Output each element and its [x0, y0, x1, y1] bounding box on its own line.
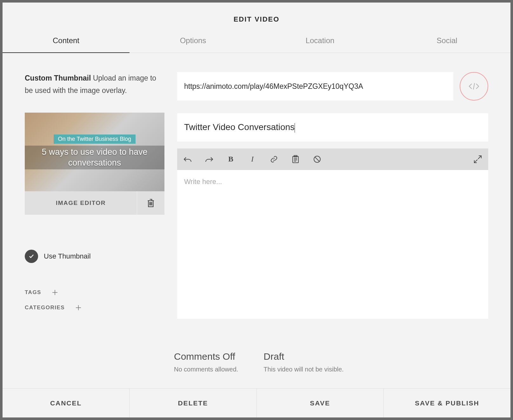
modal-title: EDIT VIDEO [3, 15, 510, 23]
right-column: Twitter Video Conversations B I [177, 72, 488, 319]
tags-row: TAGS [25, 288, 164, 297]
plus-icon [76, 305, 81, 311]
tab-location[interactable]: Location [256, 30, 383, 53]
expand-button[interactable] [473, 154, 483, 164]
use-thumbnail-toggle[interactable]: Use Thumbnail [25, 250, 164, 263]
description-editor: B I [177, 148, 488, 319]
save-button[interactable]: SAVE [257, 389, 384, 417]
redo-icon [205, 156, 213, 162]
editor-placeholder: Write here... [184, 178, 222, 186]
video-title-input[interactable]: Twitter Video Conversations [177, 113, 488, 141]
embed-code-button[interactable] [460, 72, 488, 101]
save-publish-button[interactable]: SAVE & PUBLISH [384, 389, 510, 417]
undo-button[interactable] [183, 154, 192, 164]
categories-label: CATEGORIES [25, 305, 65, 311]
clipboard-icon [292, 155, 299, 163]
add-tag-button[interactable] [51, 288, 59, 297]
link-button[interactable] [269, 154, 279, 164]
categories-row: CATEGORIES [25, 304, 164, 312]
thumbnail-actions: IMAGE EDITOR [25, 191, 164, 215]
undo-icon [183, 156, 192, 162]
tab-options[interactable]: Options [130, 30, 256, 53]
bold-button[interactable]: B [226, 154, 236, 164]
plus-icon [52, 290, 58, 295]
edit-video-modal: EDIT VIDEO Content Options Location Soci… [3, 3, 510, 417]
italic-icon: I [251, 155, 254, 163]
thumbnail-overlay-tag: On the Twitter Business Blog [54, 135, 136, 144]
video-title-value: Twitter Video Conversations [184, 122, 295, 132]
modal-body: Custom Thumbnail Upload an image to be u… [3, 53, 510, 331]
trash-icon [147, 198, 155, 208]
url-row [177, 72, 488, 101]
link-icon [270, 155, 278, 163]
draft-status-sub: This video will not be visible. [263, 366, 343, 373]
comments-status[interactable]: Comments Off No comments allowed. [174, 351, 238, 373]
draft-status[interactable]: Draft This video will not be visible. [263, 351, 343, 373]
text-cursor [295, 123, 295, 133]
modal-header: EDIT VIDEO [3, 3, 510, 30]
editor-toolbar: B I [177, 148, 488, 170]
thumbnail-preview[interactable]: On the Twitter Business Blog 5 ways to u… [25, 113, 164, 191]
bold-icon: B [228, 155, 233, 163]
tags-label: TAGS [25, 289, 41, 296]
delete-thumbnail-button[interactable] [137, 191, 164, 215]
description-textarea[interactable]: Write here... [177, 170, 488, 319]
expand-icon [473, 155, 482, 164]
clipboard-button[interactable] [291, 154, 300, 164]
tabs: Content Options Location Social [3, 30, 510, 53]
italic-button[interactable]: I [248, 154, 257, 164]
left-column: Custom Thumbnail Upload an image to be u… [25, 72, 164, 319]
checkmark-circle-icon [25, 250, 38, 263]
add-category-button[interactable] [74, 304, 83, 312]
code-icon [468, 82, 480, 90]
prohibit-icon [313, 155, 321, 163]
thumbnail-overlay-headline: 5 ways to use video to have conversation… [25, 146, 164, 170]
draft-status-title: Draft [263, 351, 343, 362]
delete-button[interactable]: DELETE [130, 389, 256, 417]
redo-button[interactable] [204, 154, 214, 164]
clear-format-button[interactable] [312, 154, 322, 164]
modal-footer: CANCEL DELETE SAVE SAVE & PUBLISH [3, 388, 510, 417]
spacer [3, 373, 510, 388]
status-row: Comments Off No comments allowed. Draft … [3, 351, 510, 373]
thumbnail-label-bold: Custom Thumbnail [25, 74, 91, 82]
cancel-button[interactable]: CANCEL [3, 389, 130, 417]
meta-section: TAGS CATEGORIES [25, 288, 164, 312]
thumbnail-description: Custom Thumbnail Upload an image to be u… [25, 72, 164, 97]
video-url-input[interactable] [177, 72, 453, 101]
use-thumbnail-label: Use Thumbnail [44, 252, 91, 260]
comments-status-title: Comments Off [174, 351, 238, 362]
comments-status-sub: No comments allowed. [174, 366, 238, 373]
tab-content[interactable]: Content [3, 30, 130, 53]
image-editor-button[interactable]: IMAGE EDITOR [25, 191, 137, 215]
tab-social[interactable]: Social [383, 30, 510, 53]
